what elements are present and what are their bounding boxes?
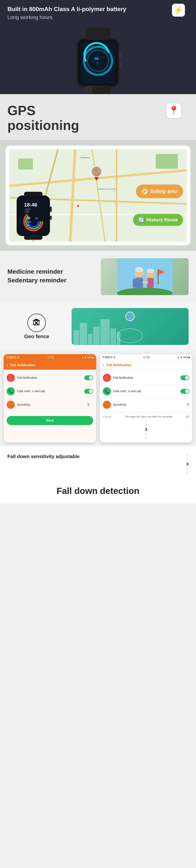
sensitivity-row-right[interactable]: 🏃 Sensitivity 3: [100, 398, 192, 411]
medicine-image: [101, 258, 189, 295]
fall-icon1: 🤸: [8, 376, 13, 380]
scale-5: 5: [186, 471, 189, 475]
fall-detection-section: Fall down detection: [0, 482, 196, 503]
building5: [101, 319, 110, 345]
fence-icon: 🏚: [32, 318, 41, 328]
sensitivity-val-right: 3: [187, 403, 189, 407]
back-icon-left[interactable]: ‹: [7, 363, 8, 368]
gps-icon-box: 📍: [166, 103, 181, 118]
geofence-left-block: 🏚 Geo fence: [7, 314, 66, 339]
road-v1: [69, 149, 76, 242]
map-pin-avatar: [91, 166, 102, 177]
lightning-icon-box: ⚡: [172, 4, 185, 17]
fall-section: 中国移动 令 17:50 ● ▼ 96%■ ‹ Fall Notificatio…: [0, 350, 196, 446]
scale-1: 1: [186, 454, 189, 457]
svg-rect-33: [50, 216, 52, 220]
time-right: 17:50: [143, 356, 149, 359]
geofence-section: 🏚 Geo fence: [0, 303, 196, 350]
svg-rect-7: [86, 28, 110, 40]
sens-num-5[interactable]: 5: [145, 436, 147, 439]
back-icon-right[interactable]: ‹: [103, 363, 104, 368]
battery-title: Built in 800mAh Class A li-polymer batte…: [7, 5, 189, 12]
scale-4: 4: [186, 467, 189, 471]
building7: [117, 332, 120, 345]
battery-section: Built in 800mAh Class A li-polymer batte…: [0, 0, 196, 94]
building2: [80, 323, 87, 345]
svg-text:95: 95: [94, 57, 99, 61]
falls-call-icon-right: 📞: [103, 387, 111, 395]
map-section: CheHainan Shanghai Baxiu Mansion: [0, 140, 196, 251]
svg-text:18:46: 18:46: [24, 202, 37, 208]
road-diag2: [90, 149, 107, 242]
falls-call-row-right: 📞 Falls notif...n and call: [100, 384, 192, 398]
safety-icon: 🧭: [141, 188, 148, 195]
time-left: 17:50: [47, 356, 54, 359]
lightning-icon: ⚡: [174, 6, 183, 14]
watch-image-battery: 95 %: [7, 24, 189, 94]
history-route-button[interactable]: 🔄 History Route: [133, 214, 183, 226]
svg-rect-44: [158, 269, 159, 284]
svg-rect-10: [119, 63, 121, 68]
phone-icon1: 📞: [8, 389, 13, 394]
phone-body-right: 🤸 Fall Notification 📞 Falls notif...n an…: [100, 370, 192, 413]
gps-title: GPS: [7, 103, 189, 118]
sensitivity-scale: 1 2 3 4 5: [186, 454, 189, 475]
picker-hint: The larger the value, the lower the sens…: [113, 415, 184, 418]
signal-right: ◎ ▼ 66%■: [177, 356, 190, 359]
building6: [110, 328, 116, 345]
phone-screen-right: 中国移动 令 17:50 ◎ ▼ 66%■ ‹ Fall Notificatio…: [100, 354, 192, 442]
fall-notification-row-right: 🤸 Fall Notification: [100, 371, 192, 384]
svg-text:118: 118: [27, 221, 31, 223]
svg-rect-30: [24, 192, 43, 196]
sens-num-1[interactable]: 1: [145, 420, 147, 423]
save-button-left[interactable]: Save: [7, 416, 93, 425]
scale-2: 2: [186, 458, 189, 461]
svg-rect-12: [87, 86, 88, 93]
picker-ok[interactable]: Ok: [186, 415, 189, 418]
run-icon2: 🏃: [105, 403, 109, 407]
gps-subtitle: positioning: [7, 118, 189, 133]
picker-cancel[interactable]: Cancel: [103, 415, 112, 418]
gps-pin-icon: 📍: [168, 105, 179, 116]
map-label2: Shanghai Baxiu Mansion: [98, 188, 116, 190]
fall-notif-label-right: Fall Notification: [113, 376, 178, 379]
svg-point-15: [94, 168, 99, 173]
history-route-label: History Route: [146, 217, 178, 223]
medicine-reminder-label: Medicine reminder: [7, 268, 95, 275]
chevron-right-left: ›: [92, 403, 93, 407]
falls-call-toggle-right[interactable]: [180, 389, 189, 394]
run-icon1: 🏃: [8, 403, 13, 407]
header-title-left: Fall Notification: [10, 363, 35, 367]
svg-point-42: [147, 269, 154, 273]
fall-notif-toggle-right[interactable]: [180, 375, 189, 380]
building3: [88, 334, 92, 345]
bottom-text-section: Fall down sensitivity adjustable 1 2 3 4…: [0, 446, 196, 482]
fall-desc-block: Fall down sensitivity adjustable: [7, 454, 183, 461]
map-pin: [91, 166, 102, 181]
safety-area-button[interactable]: 🧭 Safety area: [136, 185, 183, 198]
long-working-label: Long working hours: [7, 14, 189, 20]
medicine-section: Medicine reminder Sedentary reminder: [0, 251, 196, 303]
sensitivity-number-picker: 1 2 3 4 5: [103, 418, 189, 441]
map-pin-triangle: [94, 177, 99, 181]
sens-num-4[interactable]: 4: [145, 432, 147, 436]
phone-screen-left: 中国移动 令 17:50 ● ▼ 96%■ ‹ Fall Notificatio…: [4, 354, 96, 442]
svg-rect-31: [24, 235, 43, 240]
phone-icon2: 📞: [105, 389, 109, 394]
sensitivity-row-left[interactable]: 🏃 Sensitivity 3 ›: [4, 398, 96, 411]
svg-rect-14: [91, 86, 92, 93]
geofence-buildings: [72, 319, 189, 345]
carrier-right: 中国移动 令: [102, 355, 116, 359]
fall-notif-toggle-left[interactable]: [84, 375, 93, 380]
signal-left: ● ▼ 96%■: [82, 356, 94, 359]
map-red-dot: [77, 205, 79, 207]
sens-num-3[interactable]: 3: [145, 427, 147, 432]
falls-call-toggle-left[interactable]: [84, 389, 93, 394]
safety-area-label: Safety area: [150, 188, 178, 194]
sensitivity-val-left: 3: [87, 403, 89, 407]
svg-text:80: 80: [27, 217, 30, 220]
geofence-map: [72, 308, 189, 345]
sens-num-2[interactable]: 2: [145, 424, 147, 427]
statusbar-right: 中国移动 令 17:50 ◎ ▼ 66%■: [100, 354, 192, 361]
fall-icon2: 🤸: [105, 376, 109, 380]
